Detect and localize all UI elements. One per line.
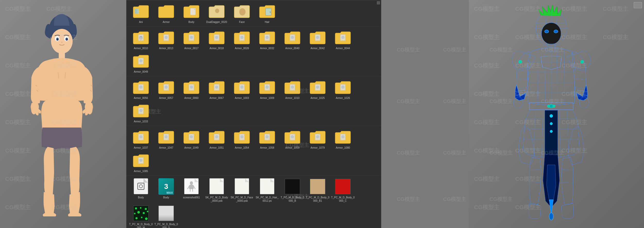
svg-point-114 xyxy=(554,30,558,33)
armor-1058[interactable]: Armor_1058 xyxy=(255,128,279,150)
armor-0067[interactable]: Armor_0067 xyxy=(204,78,229,101)
svg-point-21 xyxy=(270,12,271,13)
file-browser-panel: Ani Armor Body xyxy=(126,0,381,228)
armor-1025[interactable]: Armor_1025 xyxy=(305,78,330,101)
top-folders-row: Ani Armor Body xyxy=(126,0,381,27)
armor-1054-label: Armor_1054 xyxy=(235,146,249,149)
armor-0013[interactable]: Armor_0013 xyxy=(154,28,179,51)
svg-line-125 xyxy=(564,49,565,105)
folder-face[interactable]: Face xyxy=(230,2,254,25)
svg-line-156 xyxy=(562,170,573,170)
svg-point-11 xyxy=(43,212,56,216)
armor-1047[interactable]: Armor_1047 xyxy=(154,128,179,150)
armor-0057[interactable]: Armor_0057 xyxy=(154,78,179,101)
folder-dualdagger-label: DualDagger_0020 xyxy=(206,20,227,24)
folder-body[interactable]: Body xyxy=(179,2,204,25)
armor-0044[interactable]: Armor_0044 xyxy=(331,28,355,51)
svg-point-75 xyxy=(291,135,294,138)
armor-0026[interactable]: Armor_0026 xyxy=(230,28,254,51)
armor-1058-label: Armor_1058 xyxy=(260,146,274,149)
armor-1026[interactable]: Armor_1026 xyxy=(331,78,355,101)
svg-point-112 xyxy=(541,23,561,44)
armor-0032[interactable]: Armor_0032 xyxy=(255,28,279,51)
folder-armor-label: Armor xyxy=(163,20,170,24)
svg-line-87 xyxy=(190,189,190,192)
armor-1003-label: Armor_1003 xyxy=(235,96,249,100)
folder-hair[interactable]: Hair xyxy=(255,2,279,25)
armor-0049[interactable]: Armor_0049 xyxy=(129,52,153,74)
scroll-indicator[interactable] xyxy=(377,1,380,4)
svg-point-61 xyxy=(139,109,142,112)
armor-1037-label: Armor_1037 xyxy=(134,146,148,149)
armor-0042[interactable]: Armor_0042 xyxy=(305,28,330,51)
svg-line-133 xyxy=(575,88,586,89)
hair-folder-icon xyxy=(259,3,275,19)
armor-1085[interactable]: Armor_1085 xyxy=(129,151,153,174)
svg-point-95 xyxy=(143,212,145,214)
folder-dualdagger[interactable]: DualDagger_0020 xyxy=(204,2,229,25)
tex-body-red-label: T_PC_M_D_Body_0000_C xyxy=(331,196,355,202)
armor-1054[interactable]: Armor_1054 xyxy=(230,128,254,150)
armor-1037[interactable]: Armor_1037 xyxy=(129,128,153,150)
file-sk-face-label: SK_PC_M_D_Face_0000.psk xyxy=(230,196,254,202)
svg-point-29 xyxy=(215,36,218,39)
armor-1079[interactable]: Armor_1079 xyxy=(305,128,330,150)
armor-0060-label: Armor_0060 xyxy=(184,96,198,100)
file-sk-face[interactable]: SK_PC_M_D_Face_0000.psk xyxy=(230,177,254,204)
armor-folder-icon xyxy=(158,3,174,19)
tex-body-white[interactable]: T_PC_M_D_Body_0000_S xyxy=(154,204,179,228)
armor-1049[interactable]: Armor_1049 xyxy=(179,128,204,150)
svg-line-128 xyxy=(517,88,528,89)
file-body-max[interactable]: 3 MAX Body xyxy=(154,177,179,200)
file-sk-body[interactable]: SK_PC_M_D_Body_0000.psk xyxy=(204,177,229,204)
armor-0042-label: Armor_0042 xyxy=(310,47,325,50)
armor-1051[interactable]: Armor_1051 xyxy=(204,128,229,150)
armor-1010[interactable]: Armor_1010 xyxy=(280,78,305,101)
file-sk-hair[interactable]: SK_PC_M_D_Hair_0012.ps xyxy=(255,177,279,204)
armor-1080[interactable]: Armor_1080 xyxy=(331,128,355,150)
armor-0056[interactable]: Armor_0056 xyxy=(129,78,153,101)
svg-point-151 xyxy=(550,114,553,117)
armor-0056-label: Armor_0056 xyxy=(134,96,148,100)
tex-body-black[interactable]: T_PC_M_D_Body_0000_B xyxy=(280,177,305,204)
svg-line-121 xyxy=(538,49,538,105)
armor-0017-label: Armor_0017 xyxy=(184,47,198,50)
armor-1049-label: Armor_1049 xyxy=(184,146,198,149)
svg-point-160 xyxy=(581,60,584,63)
svg-point-159 xyxy=(519,60,522,63)
file-screenshot-label: screenshot061 xyxy=(183,196,200,199)
armor-0060[interactable]: Armor_0060 xyxy=(179,78,204,101)
armor-1080-label: Armor_1080 xyxy=(336,146,350,149)
armor-1059[interactable]: Armor_1059 xyxy=(280,128,305,150)
armor-0010[interactable]: Armor_0010 xyxy=(129,28,153,51)
svg-line-85 xyxy=(188,186,189,189)
tex-body-green[interactable]: T_PC_M_D_Body_0000_M xyxy=(129,204,153,228)
svg-point-7 xyxy=(66,39,67,40)
armor-1033[interactable]: Armor_1033 xyxy=(129,101,153,124)
svg-point-98 xyxy=(141,217,142,218)
svg-rect-15 xyxy=(136,9,136,14)
folder-face-label: Face xyxy=(239,20,245,24)
right-viewport: CG模型主 CG模型主 CG模型主 CG模型主 CG模型主 CG模型主 CG模型… xyxy=(469,0,644,228)
armor-0040[interactable]: Armor_0040 xyxy=(280,28,305,51)
folder-armor[interactable]: Armor xyxy=(154,2,179,25)
armor-1051-label: Armor_1051 xyxy=(209,146,224,149)
tex-body-skin-label: T_PC_M_D_Body_0000_B1 xyxy=(306,196,329,202)
file-body-obj[interactable]: Body xyxy=(129,177,153,200)
tex-body-skin[interactable]: T_PC_M_D_Body_0000_B1 xyxy=(305,177,330,204)
svg-rect-82 xyxy=(138,183,144,190)
armor-0018[interactable]: Armor_0018 xyxy=(204,28,229,51)
svg-point-94 xyxy=(137,211,140,214)
svg-point-90 xyxy=(135,207,137,209)
svg-line-149 xyxy=(560,110,561,158)
file-screenshot[interactable]: screenshot061 xyxy=(179,177,204,200)
armor-1003[interactable]: Armor_1003 xyxy=(230,78,254,101)
folder-ani[interactable]: Ani xyxy=(129,2,153,25)
armor-0017[interactable]: Armor_0017 xyxy=(179,28,204,51)
armor-1009[interactable]: Armor_1009 xyxy=(255,78,279,101)
svg-point-35 xyxy=(291,36,294,39)
tex-body-red[interactable]: T_PC_M_D_Body_0000_C xyxy=(331,177,355,204)
armor-0067-label: Armor_0067 xyxy=(209,96,224,100)
folder-hair-label: Hair xyxy=(265,20,269,24)
svg-point-39 xyxy=(341,36,344,39)
